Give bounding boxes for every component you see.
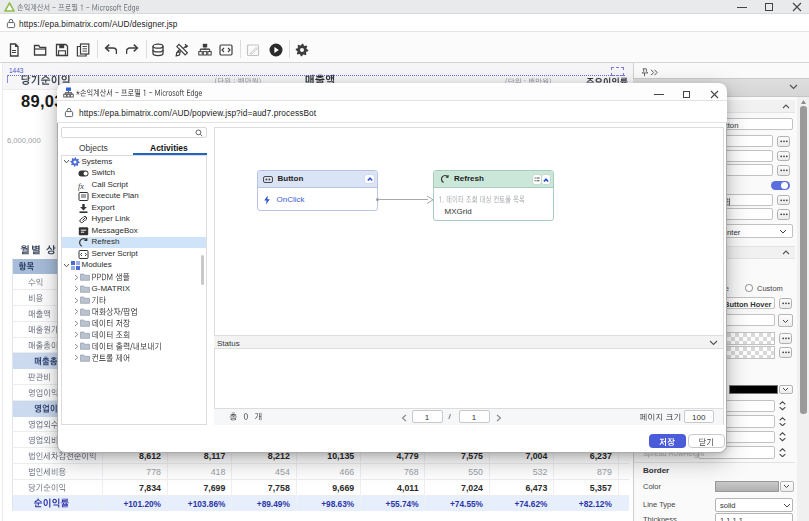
- svg-text:fx: fx: [78, 181, 84, 190]
